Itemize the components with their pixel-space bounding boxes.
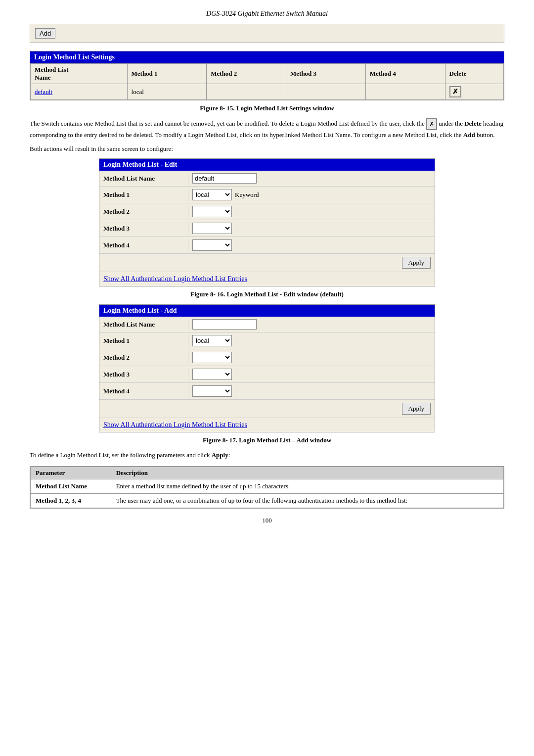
body-text-2: Both actions will result in the same scr… [30, 144, 504, 154]
add-section: Add [30, 24, 504, 43]
add-label-method4: Method 4 [99, 385, 188, 398]
figure16-caption: Figure 8- 16. Login Method List - Edit w… [30, 290, 504, 298]
page-title: DGS-3024 Gigabit Ethernet Switch Manual [30, 10, 504, 18]
edit-label-method1: Method 1 [99, 189, 188, 201]
edit-row-name: Method List Name [99, 171, 435, 187]
col-method1: Method 1 [127, 64, 207, 84]
edit-label-name: Method List Name [99, 172, 188, 185]
keyword-label: Keyword [235, 191, 259, 199]
row-method4 [365, 84, 445, 100]
add-input-method4 [188, 383, 236, 399]
edit-input-method4 [188, 237, 236, 253]
edit-label-method2: Method 2 [99, 205, 188, 218]
add-input-method3 [188, 366, 236, 382]
edit-link-row: Show All Authentication Login Method Lis… [99, 272, 435, 286]
edit-select-method4[interactable] [192, 239, 232, 251]
row-delete[interactable]: ✗ [445, 84, 503, 100]
param-name-2: Method 1, 2, 3, 4 [31, 493, 111, 508]
col-method3: Method 3 [286, 64, 366, 84]
row-name-link[interactable]: default [35, 88, 52, 95]
edit-panel: Login Method List - Edit Method List Nam… [99, 158, 435, 286]
edit-row-method4: Method 4 [99, 237, 435, 254]
add-label-method1: Method 1 [99, 334, 188, 347]
add-link-row: Show All Authentication Login Method Lis… [99, 418, 435, 432]
edit-input-method2 [188, 203, 236, 220]
edit-label-method4: Method 4 [99, 239, 188, 252]
figure15-caption: Figure 8- 15. Login Method List Settings… [30, 104, 504, 112]
edit-panel-body: Method List Name Method 1 local Keyword … [99, 171, 435, 286]
param-row-1: Method List Name Enter a method list nam… [31, 479, 504, 493]
add-text-input-name[interactable] [192, 319, 257, 330]
add-row-method3: Method 3 [99, 366, 435, 383]
settings-table-title: Login Method List Settings [30, 51, 504, 63]
add-input-name [188, 317, 261, 332]
add-button[interactable]: Add [35, 28, 55, 39]
add-row-method4: Method 4 [99, 383, 435, 400]
add-label-method2: Method 2 [99, 351, 188, 364]
add-label-method3: Method 3 [99, 368, 188, 381]
add-apply-row: Apply [99, 400, 435, 418]
param-row-2: Method 1, 2, 3, 4 The user may add one, … [31, 493, 504, 508]
add-select-method4[interactable] [192, 385, 232, 397]
add-select-method1[interactable]: local [192, 335, 232, 346]
edit-link[interactable]: Show All Authentication Login Method Lis… [103, 275, 247, 283]
edit-select-method3[interactable] [192, 223, 232, 234]
edit-input-name [188, 171, 261, 186]
param-table: Parameter Description Method List Name E… [30, 467, 504, 508]
col-method-list-name: Method ListName [31, 64, 128, 84]
table-row: default local ✗ [31, 84, 504, 100]
param-table-wrap: Parameter Description Method List Name E… [30, 466, 504, 509]
body-text-3: To define a Login Method List, set the f… [30, 450, 504, 460]
add-panel: Login Method List - Add Method List Name… [99, 304, 435, 432]
edit-panel-title: Login Method List - Edit [99, 159, 435, 171]
edit-text-input-name[interactable] [192, 173, 257, 184]
col-delete: Delete [445, 64, 503, 84]
add-row-method2: Method 2 [99, 349, 435, 366]
add-select-method3[interactable] [192, 369, 232, 380]
row-method3 [286, 84, 366, 100]
settings-table-wrap: Login Method List Settings Method ListNa… [30, 51, 504, 100]
edit-select-method2[interactable] [192, 206, 232, 217]
add-input-method2 [188, 349, 236, 366]
param-col-description: Description [111, 467, 503, 479]
row-method2 [207, 84, 286, 100]
row-method1: local [127, 84, 207, 100]
delete-button[interactable]: ✗ [449, 86, 461, 97]
add-select-method2[interactable] [192, 352, 232, 363]
edit-row-method3: Method 3 [99, 220, 435, 237]
param-desc-1: Enter a method list name defined by the … [111, 479, 503, 493]
edit-input-method1: local Keyword [188, 187, 263, 203]
page-number: 100 [30, 517, 504, 524]
add-link[interactable]: Show All Authentication Login Method Lis… [103, 421, 247, 428]
param-col-parameter: Parameter [31, 467, 111, 479]
edit-label-method3: Method 3 [99, 222, 188, 235]
add-row-name: Method List Name [99, 317, 435, 332]
edit-apply-button[interactable]: Apply [402, 257, 431, 269]
add-panel-title: Login Method List - Add [99, 305, 435, 317]
col-method2: Method 2 [207, 64, 286, 84]
add-row-method1: Method 1 local [99, 332, 435, 349]
param-name-1: Method List Name [31, 479, 111, 493]
add-input-method1: local [188, 332, 236, 349]
body-text-1: The Switch contains one Method List that… [30, 118, 504, 140]
figure17-caption: Figure 8- 17. Login Method List – Add wi… [30, 436, 504, 444]
edit-select-method1[interactable]: local [192, 189, 232, 200]
settings-table: Method ListName Method 1 Method 2 Method… [30, 63, 504, 100]
x-inline-icon: ✗ [426, 118, 437, 130]
edit-input-method3 [188, 220, 236, 236]
param-desc-2: The user may add one, or a combination o… [111, 493, 503, 508]
x-icon: ✗ [452, 88, 458, 95]
add-apply-button[interactable]: Apply [402, 403, 431, 415]
add-panel-body: Method List Name Method 1 local Method 2 [99, 317, 435, 432]
col-method4: Method 4 [365, 64, 445, 84]
edit-row-method2: Method 2 [99, 203, 435, 220]
edit-row-method1: Method 1 local Keyword [99, 187, 435, 203]
edit-apply-row: Apply [99, 254, 435, 272]
add-label-name: Method List Name [99, 318, 188, 331]
